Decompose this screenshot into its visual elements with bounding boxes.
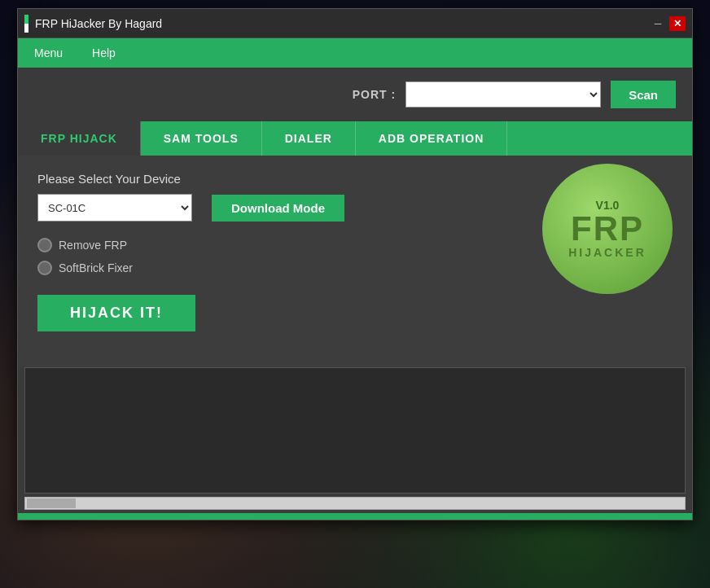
device-options-row: Please Select Your Device SC-01C Downloa… bbox=[37, 172, 673, 331]
logo-bar bbox=[24, 15, 28, 33]
log-area bbox=[24, 367, 686, 494]
titlebar-left: FRP HiJacker By Hagard bbox=[24, 15, 162, 33]
tab-adb-operation[interactable]: ADB OPERATION bbox=[356, 121, 507, 156]
frp-logo-subtitle: HIJACKER bbox=[568, 246, 646, 259]
logo-green-stripe bbox=[24, 15, 28, 24]
device-select-label: Please Select Your Device bbox=[37, 172, 542, 186]
close-button[interactable]: ✕ bbox=[669, 16, 686, 31]
port-label: PORT : bbox=[353, 88, 396, 101]
scan-button[interactable]: Scan bbox=[611, 81, 676, 108]
app-window: FRP HiJacker By Hagard ─ ✕ Menu Help POR… bbox=[17, 8, 693, 520]
scrollbar-thumb[interactable] bbox=[27, 498, 76, 508]
port-select[interactable] bbox=[405, 81, 601, 108]
download-mode-button[interactable]: Download Mode bbox=[212, 195, 344, 222]
tab-dialer[interactable]: DIALER bbox=[262, 121, 356, 156]
port-area: PORT : Scan bbox=[18, 68, 692, 121]
softbrick-fixer-radio[interactable] bbox=[37, 261, 52, 275]
softbrick-fixer-option[interactable]: SoftBrick Fixer bbox=[37, 261, 542, 275]
app-logo bbox=[24, 15, 28, 33]
frp-logo-circle: V1.0 FRP HIJACKER bbox=[542, 164, 673, 294]
bottom-status-bar bbox=[18, 513, 692, 520]
options-area: Remove FRP SoftBrick Fixer bbox=[37, 238, 542, 275]
main-content: Please Select Your Device SC-01C Downloa… bbox=[18, 156, 692, 367]
menu-item-help[interactable]: Help bbox=[85, 43, 122, 63]
frp-logo-text: FRP bbox=[571, 212, 644, 246]
tab-sam-tools[interactable]: SAM TOOLS bbox=[141, 121, 262, 156]
remove-frp-label: Remove FRP bbox=[59, 239, 127, 252]
device-left-panel: Please Select Your Device SC-01C Downloa… bbox=[37, 172, 542, 331]
device-select[interactable]: SC-01C bbox=[37, 194, 192, 222]
scrollbar-area[interactable] bbox=[24, 497, 686, 510]
window-title: FRP HiJacker By Hagard bbox=[35, 17, 162, 30]
remove-frp-radio[interactable] bbox=[37, 238, 52, 252]
softbrick-fixer-label: SoftBrick Fixer bbox=[59, 261, 133, 274]
remove-frp-option[interactable]: Remove FRP bbox=[37, 238, 542, 252]
hijack-button[interactable]: HIJACK IT! bbox=[37, 295, 195, 331]
titlebar-controls: ─ ✕ bbox=[650, 16, 686, 31]
tabbar: FRP HIJACK SAM TOOLS DIALER ADB OPERATIO… bbox=[18, 121, 692, 156]
menubar: Menu Help bbox=[18, 38, 692, 68]
logo-white-stripe bbox=[24, 24, 28, 33]
device-row: SC-01C Download Mode bbox=[37, 194, 542, 222]
tab-frp-hijack[interactable]: FRP HIJACK bbox=[18, 121, 141, 156]
titlebar: FRP HiJacker By Hagard ─ ✕ bbox=[18, 9, 692, 38]
minimize-button[interactable]: ─ bbox=[650, 16, 666, 31]
menu-item-menu[interactable]: Menu bbox=[28, 43, 69, 63]
